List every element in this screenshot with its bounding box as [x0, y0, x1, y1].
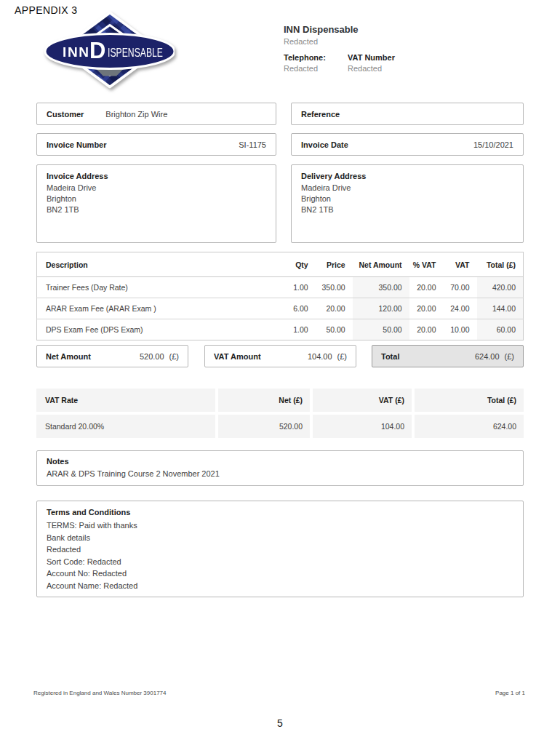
col-total: Total (£) — [477, 252, 524, 277]
company-name: INN Dispensable — [284, 24, 502, 35]
vat-rate-table: VAT Rate Net (£) VAT (£) Total (£) Stand… — [36, 389, 524, 438]
document-page-number: 5 — [0, 717, 560, 729]
invoice-number-value: SI-1175 — [239, 140, 266, 149]
item-pct-vat: 20.00 — [409, 319, 444, 340]
delivery-address-box: Delivery Address Madeira Drive Brighton … — [291, 164, 524, 243]
customer-box: Customer Brighton Zip Wire — [36, 103, 276, 125]
logo-text-rest: ISPENSABLE — [108, 46, 163, 60]
net-amount-box: Net Amount 520.00 (£) — [36, 345, 188, 367]
notes-box: Notes ARAR & DPS Training Course 2 Novem… — [36, 450, 524, 486]
col-price: Price — [316, 252, 353, 277]
vat-amount-value: 104.00 — [308, 352, 332, 361]
reference-label: Reference — [301, 110, 340, 119]
invoice-number-box: Invoice Number SI-1175 — [36, 133, 276, 156]
notes-text: ARAR & DPS Training Course 2 November 20… — [47, 469, 513, 478]
invoice-date-box: Invoice Date 15/10/2021 — [291, 133, 524, 156]
vat-vat-value: 104.00 — [313, 415, 412, 438]
col-vat: VAT — [444, 252, 477, 277]
item-pct-vat: 20.00 — [409, 298, 444, 319]
col-description: Description — [37, 252, 282, 277]
invoice-address-label: Invoice Address — [47, 172, 266, 180]
customer-label: Customer — [47, 110, 84, 119]
invoice-date-label: Invoice Date — [301, 140, 348, 149]
vat-amount-currency: (£) — [337, 352, 347, 361]
terms-line: Redacted — [47, 543, 513, 556]
item-description: DPS Exam Fee (DPS Exam) — [37, 319, 282, 340]
net-amount-currency: (£) — [169, 352, 179, 361]
company-address: Redacted — [284, 37, 502, 46]
item-qty: 1.00 — [282, 319, 316, 340]
company-logo: INN D ISPENSABLE — [44, 11, 175, 89]
net-amount-value: 520.00 — [140, 352, 164, 361]
vat-net-value: 520.00 — [218, 415, 310, 438]
item-total: 420.00 — [477, 277, 524, 298]
company-info: INN Dispensable Redacted Telephone: Reda… — [284, 24, 502, 73]
total-box: Total 624.00 (£) — [372, 345, 524, 367]
item-qty: 6.00 — [282, 298, 316, 319]
table-row: Standard 20.00% 520.00 104.00 624.00 — [36, 415, 524, 438]
terms-box: Terms and Conditions TERMS: Paid with th… — [36, 501, 524, 597]
item-price: 20.00 — [316, 298, 353, 319]
vat-total-value: 624.00 — [415, 415, 524, 438]
telephone-label: Telephone: — [284, 53, 348, 62]
vat-total-header: Total (£) — [415, 389, 524, 412]
item-description: ARAR Exam Fee (ARAR Exam ) — [37, 298, 282, 319]
table-row: DPS Exam Fee (DPS Exam) 1.00 50.00 50.00… — [37, 319, 524, 340]
invoice-address-line: Madeira Drive — [47, 183, 266, 194]
logo-text-d: D — [89, 38, 105, 63]
vat-rate-header: VAT Rate — [36, 389, 215, 412]
vat-amount-box: VAT Amount 104.00 (£) — [204, 345, 356, 367]
vat-number-label: VAT Number — [348, 53, 395, 62]
item-price: 350.00 — [316, 277, 353, 298]
registration-footer: Registered in England and Wales Number 3… — [33, 690, 166, 696]
telephone-value: Redacted — [284, 64, 348, 73]
terms-line: Sort Code: Redacted — [47, 556, 513, 568]
item-qty: 1.00 — [282, 277, 316, 298]
table-row: ARAR Exam Fee (ARAR Exam ) 6.00 20.00 12… — [37, 298, 524, 319]
invoice-date-value: 15/10/2021 — [473, 140, 513, 149]
delivery-address-line: Madeira Drive — [301, 183, 513, 194]
total-currency: (£) — [505, 352, 514, 361]
vat-rate-value: Standard 20.00% — [36, 415, 215, 438]
item-vat: 24.00 — [444, 298, 477, 319]
delivery-address-label: Delivery Address — [301, 172, 513, 180]
items-header-row: Description Qty Price Net Amount % VAT V… — [37, 252, 524, 277]
item-pct-vat: 20.00 — [409, 277, 444, 298]
invoice-page: APPENDIX 3 INN D ISPENSABLE INN Dispensa… — [0, 0, 560, 745]
delivery-address-line: Brighton — [301, 194, 513, 204]
delivery-address-line: BN2 1TB — [301, 204, 513, 215]
terms-label: Terms and Conditions — [47, 508, 513, 517]
vat-number-value: Redacted — [348, 64, 395, 73]
terms-line: Account No: Redacted — [47, 567, 513, 580]
terms-line: TERMS: Paid with thanks — [47, 519, 513, 532]
vat-table-header-row: VAT Rate Net (£) VAT (£) Total (£) — [36, 389, 524, 412]
total-label: Total — [381, 352, 399, 361]
col-pct-vat: % VAT — [409, 252, 444, 277]
customer-value: Brighton Zip Wire — [105, 110, 167, 119]
item-net: 120.00 — [353, 298, 409, 319]
notes-label: Notes — [47, 457, 513, 466]
item-total: 144.00 — [477, 298, 524, 319]
vat-amount-label: VAT Amount — [214, 352, 261, 361]
item-vat: 70.00 — [444, 277, 477, 298]
col-qty: Qty — [282, 252, 316, 277]
reference-box: Reference — [291, 103, 524, 125]
invoice-address-line: Brighton — [47, 194, 266, 204]
total-value: 624.00 — [475, 352, 500, 361]
terms-line: Account Name: Redacted — [47, 580, 513, 592]
item-net: 50.00 — [353, 319, 409, 340]
line-items-table: Description Qty Price Net Amount % VAT V… — [36, 252, 524, 340]
terms-line: Bank details — [47, 532, 513, 544]
page-indicator: Page 1 of 1 — [495, 690, 525, 696]
net-amount-label: Net Amount — [46, 352, 91, 361]
invoice-number-label: Invoice Number — [47, 140, 107, 149]
item-vat: 10.00 — [444, 319, 477, 340]
invoice-address-box: Invoice Address Madeira Drive Brighton B… — [36, 164, 276, 243]
item-price: 50.00 — [316, 319, 353, 340]
vat-vat-header: VAT (£) — [313, 389, 412, 412]
col-net-amount: Net Amount — [353, 252, 409, 277]
table-row: Trainer Fees (Day Rate) 1.00 350.00 350.… — [37, 277, 524, 298]
item-description: Trainer Fees (Day Rate) — [37, 277, 282, 298]
vat-net-header: Net (£) — [218, 389, 310, 412]
item-net: 350.00 — [353, 277, 409, 298]
